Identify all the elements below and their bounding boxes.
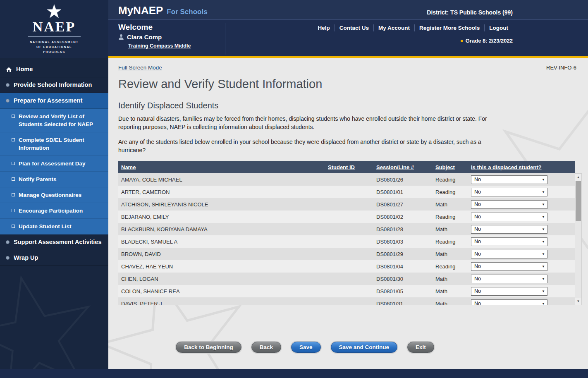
- sidebar-item-prepare-for-assessment[interactable]: Prepare for Assessment: [0, 93, 108, 109]
- column-header-subject[interactable]: Subject: [432, 164, 469, 170]
- displaced-select-value: No: [474, 214, 481, 220]
- square-bullet-icon: [12, 138, 15, 141]
- scroll-down-icon[interactable]: ▼: [575, 298, 581, 305]
- sidebar-active-section: Prepare for Assessment Review and Verify…: [0, 93, 108, 234]
- table-row: CHAVEZ, HAE YEUNDS0801/04ReadingNo▼: [118, 260, 575, 273]
- back-to-beginning-button[interactable]: Back to Beginning: [176, 342, 241, 353]
- student-table: Name Student ID Session/Line # Subject I…: [118, 161, 582, 305]
- column-header-session-line[interactable]: Session/Line #: [373, 164, 432, 170]
- session-line: DS0801/26: [373, 177, 432, 183]
- displaced-select[interactable]: No▼: [471, 275, 547, 283]
- table-row: AMAYA, COLE MICHAELDS0801/26ReadingNo▼: [118, 173, 575, 186]
- question-paragraph: Are any of the students listed below enr…: [118, 138, 492, 155]
- displaced-select-value: No: [474, 288, 481, 294]
- displaced-select[interactable]: No▼: [471, 299, 547, 306]
- sidebar-item-home[interactable]: Home: [0, 62, 108, 77]
- table-scrollbar[interactable]: ▲ ▼: [575, 173, 582, 305]
- back-button[interactable]: Back: [251, 342, 281, 353]
- sidebar-item-manage-questionnaires[interactable]: Manage Questionnaires: [0, 187, 108, 203]
- save-and-continue-button[interactable]: Save and Continue: [331, 342, 398, 353]
- utility-nav: Help Contact Us My Account Register More…: [313, 24, 513, 31]
- sidebar-item-update-student-list[interactable]: Update Student List: [0, 219, 108, 234]
- chevron-down-icon: ▼: [542, 178, 545, 182]
- session-line: DS0801/27: [373, 201, 432, 208]
- sidebar-item-encourage-participation[interactable]: Encourage Participation: [0, 203, 108, 219]
- student-name: BLADECKI, SAMUEL A: [118, 239, 325, 245]
- session-line: DS0801/03: [373, 239, 432, 245]
- column-header-label: Is this a displaced student?: [471, 164, 541, 170]
- displaced-cell: No▼: [469, 262, 575, 271]
- student-name: BLACKBURN, KORIYANA DAMAYA: [118, 226, 325, 232]
- person-icon: [118, 34, 124, 40]
- column-header-displaced[interactable]: Is this a displaced student?: [469, 164, 575, 170]
- table-row: BLACKBURN, KORIYANA DAMAYADS0801/28MathN…: [118, 223, 575, 235]
- chevron-down-icon: ▼: [542, 252, 545, 256]
- top-bar-brand-row: MyNAEP For Schools District: TS Public S…: [108, 0, 588, 20]
- save-button[interactable]: Save: [291, 342, 321, 353]
- help-link[interactable]: Help: [313, 24, 334, 31]
- displaced-select-value: No: [474, 201, 481, 207]
- circle-bullet-icon: [6, 99, 10, 103]
- column-header-label: Session/Line #: [376, 164, 414, 170]
- register-more-schools-link[interactable]: Register More Schools: [414, 24, 484, 31]
- session-line: DS0801/29: [373, 251, 432, 257]
- subject: Reading: [432, 239, 469, 245]
- displaced-select[interactable]: No▼: [471, 225, 547, 234]
- circle-bullet-icon: [6, 83, 10, 87]
- scrollbar-thumb[interactable]: [576, 181, 581, 221]
- sidebar-item-wrap-up[interactable]: Wrap Up: [0, 250, 108, 266]
- sidebar-item-label: Home: [16, 66, 33, 73]
- circle-bullet-icon: [6, 256, 10, 260]
- displaced-select[interactable]: No▼: [471, 175, 547, 184]
- displaced-select-value: No: [474, 226, 481, 232]
- scroll-up-icon[interactable]: ▲: [575, 174, 581, 181]
- chevron-down-icon: ▼: [542, 215, 545, 219]
- subject: Reading: [432, 214, 469, 220]
- top-bar-user-row: Welcome Clara Comp Training Compass Midd…: [108, 20, 588, 58]
- circle-bullet-icon: [6, 240, 10, 244]
- square-bullet-icon: [12, 209, 15, 212]
- my-account-link[interactable]: My Account: [373, 24, 414, 31]
- student-name: BEJARANO, EMILY: [118, 214, 325, 220]
- displaced-select[interactable]: No▼: [471, 200, 547, 209]
- sidebar-item-review-and-verify[interactable]: Review and Verify List of Students Selec…: [0, 109, 108, 132]
- school-link[interactable]: Training Compass Middle: [128, 43, 191, 49]
- displaced-select[interactable]: No▼: [471, 250, 547, 258]
- sidebar-item-provide-school-information[interactable]: Provide School Information: [0, 77, 108, 93]
- displaced-cell: No▼: [469, 237, 575, 246]
- displaced-select[interactable]: No▼: [471, 237, 547, 246]
- welcome-label: Welcome: [118, 23, 153, 32]
- subject: Reading: [432, 263, 469, 270]
- app-window: NAEP NATIONAL ASSESSMENT OF EDUCATIONAL …: [0, 0, 588, 378]
- logo-divider: [28, 36, 81, 37]
- displaced-select[interactable]: No▼: [471, 188, 547, 196]
- column-header-name[interactable]: Name: [118, 164, 325, 170]
- sidebar-item-support-assessment-activities[interactable]: Support Assessment Activities: [0, 234, 108, 250]
- subject: Math: [432, 288, 469, 294]
- contact-us-link[interactable]: Contact Us: [335, 24, 373, 31]
- sidebar-nav: Home Provide School Information Prepare …: [0, 58, 108, 266]
- logout-link[interactable]: Logout: [484, 24, 513, 31]
- displaced-select[interactable]: No▼: [471, 213, 547, 221]
- sidebar-item-plan-assessment-day[interactable]: Plan for Assessment Day: [0, 156, 108, 172]
- subject: Math: [432, 276, 469, 282]
- sidebar-item-notify-parents[interactable]: Notify Parents: [0, 172, 108, 187]
- displaced-select-value: No: [474, 251, 481, 257]
- displaced-cell: No▼: [469, 250, 575, 258]
- displaced-cell: No▼: [469, 175, 575, 184]
- gold-accent-line: [108, 56, 588, 58]
- student-table-body: AMAYA, COLE MICHAELDS0801/26ReadingNo▼AR…: [118, 173, 575, 305]
- displaced-select[interactable]: No▼: [471, 287, 547, 296]
- session-line: DS0801/28: [373, 226, 432, 232]
- sidebar-item-complete-sdel-info[interactable]: Complete SD/EL Student Information: [0, 132, 108, 156]
- table-row: BROWN, DAVIDDS0801/29MathNo▼: [118, 248, 575, 260]
- displaced-select-value: No: [474, 301, 481, 305]
- column-header-student-id[interactable]: Student ID: [325, 164, 373, 170]
- exit-button[interactable]: Exit: [407, 342, 434, 353]
- chevron-down-icon: ▼: [542, 240, 545, 244]
- app-subtitle: For Schools: [167, 8, 207, 16]
- full-screen-mode-link[interactable]: Full Screen Mode: [118, 65, 162, 71]
- displaced-select[interactable]: No▼: [471, 262, 547, 271]
- column-header-label: Subject: [435, 164, 455, 170]
- star-watermark: [0, 274, 95, 369]
